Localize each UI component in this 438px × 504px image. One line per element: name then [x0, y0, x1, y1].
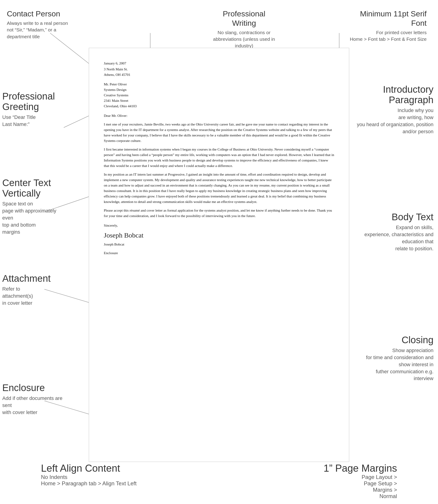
letter-signature: Joseph Bobcat — [104, 230, 334, 241]
min-font-annotation: Minimum 11pt Serif Font For printed cove… — [349, 9, 427, 49]
letter-paragraph3: In my position as an IT intern last summ… — [104, 172, 334, 204]
body-text-title: Body Text — [356, 212, 433, 222]
page-margins-sub2: Page Setup > — [310, 480, 397, 487]
contact-person-annotation: Contact Person Always write to a real pe… — [7, 9, 71, 49]
letter-sender-line2: Athens, OH 45701 — [104, 72, 334, 78]
letter-recipient-title: Systems Design — [104, 87, 334, 92]
attachment-annotation: Attachment Refer to attachment(s) in cov… — [2, 273, 61, 307]
professional-writing-title: Professional Writing — [210, 9, 278, 28]
introductory-annotation: Introductory Paragraph Include why you a… — [356, 84, 433, 135]
center-text-annotation: Center Text Vertically Space text on pag… — [2, 178, 68, 235]
closing-annotation: Closing Show appreciation for time and c… — [356, 335, 433, 382]
enclosure-title: Enclosure — [2, 383, 64, 393]
letter-paragraph2: I first became interested in information… — [104, 147, 334, 168]
closing-title: Closing — [356, 335, 433, 345]
letter-sender-line1: 3 North Main St. — [104, 67, 334, 72]
page-margins-sub4: Normal — [310, 493, 397, 499]
professional-greeting-body: Use “Dear Title Last Name:” — [2, 114, 66, 128]
letter-enclosure: Enclosure — [104, 250, 334, 256]
left-align-title: Left Align Content — [41, 463, 137, 474]
bottom-annotations: Left Align Content No Indents Home > Par… — [0, 463, 438, 499]
attachment-body: Refer to attachment(s) in cover letter — [2, 286, 61, 307]
min-font-title: Minimum 11pt Serif Font — [349, 9, 427, 28]
introductory-title: Introductory Paragraph — [356, 84, 433, 105]
introductory-body: Include why you are writing, how you hea… — [356, 107, 433, 135]
attachment-title: Attachment — [2, 273, 61, 284]
letter-salutation: Dear Mr. Oliver: — [104, 113, 334, 118]
enclosure-annotation: Enclosure Add if other documents are sen… — [2, 383, 64, 416]
left-align-annotation: Left Align Content No Indents Home > Par… — [41, 463, 137, 487]
letter-closing: Sincerely, — [104, 223, 334, 228]
professional-writing-body: No slang, contractions or abbreviations … — [210, 29, 278, 49]
professional-greeting-title: Professional Greeting — [2, 91, 66, 112]
page-margins-title: 1” Page Margins — [310, 463, 397, 474]
letter-recipient-name: Mr. Peter Oliver — [104, 81, 334, 87]
center-text-body: Space text on page with approximately ev… — [2, 201, 68, 235]
page-margins-sub1: Page Layout > — [310, 474, 397, 480]
contact-person-body: Always write to a real person not “Sir,”… — [7, 20, 71, 40]
letter-recipient-street: 2341 Main Street — [104, 98, 334, 103]
letter-paragraph4: Please accept this résumé and cover lett… — [104, 208, 334, 219]
contact-person-title: Contact Person — [7, 9, 71, 18]
letter-date: January 6, 2007 — [104, 61, 334, 66]
letter-name: Joseph Bobcat — [104, 242, 334, 247]
letter-recipient-company: Creative Systems — [104, 92, 334, 98]
center-text-title: Center Text Vertically — [2, 178, 68, 199]
left-align-sub2: Home > Paragraph tab > Align Text Left — [41, 480, 137, 487]
min-font-body: For printed cover letters Home > Font ta… — [349, 29, 427, 43]
letter-recipient-city: Cleveland, Ohio 44103 — [104, 103, 334, 109]
letter-paragraph1: I met one of your recruiters, Jamie Bevi… — [104, 122, 334, 144]
professional-writing-annotation: Professional Writing No slang, contracti… — [210, 9, 278, 49]
left-align-sub1: No Indents — [41, 474, 137, 480]
body-text-annotation: Body Text Expand on skills, experience, … — [356, 212, 433, 252]
professional-greeting-annotation: Professional Greeting Use “Dear Title La… — [2, 91, 66, 128]
page-margins-sub3: Margins > — [310, 487, 397, 493]
body-text-body: Expand on skills, experience, characteri… — [356, 224, 433, 252]
closing-body: Show appreciation for time and considera… — [356, 347, 433, 382]
enclosure-body: Add if other documents are sent with cov… — [2, 395, 64, 416]
letter-document: January 6, 2007 3 North Main St. Athens,… — [89, 48, 349, 462]
page-margins-annotation: 1” Page Margins Page Layout > Page Setup… — [310, 463, 397, 499]
